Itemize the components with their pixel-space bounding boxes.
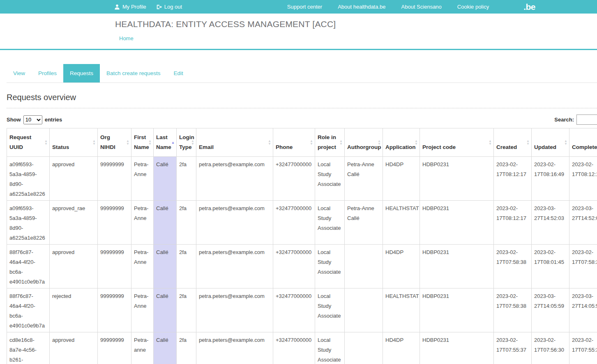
cell-authorgroup [345,245,383,288]
column-header-completed[interactable]: Completed [569,128,597,157]
cell-authorgroup: Petra-Anne Callé [345,157,383,201]
sort-toggle-icon [191,140,194,145]
cell-created: 2023-02-17T08:12:17 [494,201,532,245]
cell-status: approved [50,157,98,201]
logout-icon [156,4,162,10]
column-header-created[interactable]: Created [494,128,532,157]
column-header-first-name[interactable]: First Name [131,128,154,157]
cell-org-nihdi: 99999999 [98,288,131,332]
column-header-phone[interactable]: Phone [273,128,315,157]
cell-request-uuid: a09f6593-5a3a-4859-8d90-a6225a1e8226 [7,157,50,201]
search-label: Search: [554,117,574,123]
cell-updated: 2023-03-27T14:05:59 [532,288,569,332]
cell-login-type: 2fa [177,288,196,332]
cell-authorgroup: Petra-Anne Callé [345,201,383,245]
cell-role-in-project: Local Study Associate [315,201,345,245]
sort-asc-icon [171,141,175,144]
cell-request-uuid: a09f6593-5a3a-4859-8d90-a6225a1e8226 [7,201,50,245]
column-header-request-uuid[interactable]: Request UUID [7,128,50,157]
user-icon [114,4,120,10]
table-controls: Show 10 entries Search: [7,114,597,125]
tab-requests[interactable]: Requests [63,64,100,82]
sort-toggle-icon [489,140,492,145]
cell-role-in-project: Local Study Associate [315,245,345,288]
column-label: Last Name [156,134,171,150]
about-healthdata-link[interactable]: About healthdata.be [338,4,385,10]
about-sciensano-link[interactable]: About Sciensano [401,4,442,10]
cell-login-type: 2fa [177,201,196,245]
column-header-project-code[interactable]: Project code [420,128,494,157]
page-size-select[interactable]: 10 [23,115,42,124]
column-header-last-name[interactable]: Last Name [154,128,177,157]
cell-completed: 2023-03-27T14:05:59 [569,288,597,332]
column-header-authorgroup[interactable]: Authorgroup [345,128,383,157]
tab-profiles[interactable]: Profiles [32,64,63,82]
cell-first-name: Petra-Anne [131,157,154,201]
support-center-link[interactable]: Support center [287,4,322,10]
cell-created: 2023-02-17T07:58:38 [494,288,532,332]
cell-org-nihdi: 99999999 [98,157,131,201]
cell-completed: 2023-02-17T07:55:37 [569,332,597,364]
column-header-status[interactable]: Status [50,128,98,157]
table-header-row: Request UUID Status Org NIHDI First Name… [7,128,597,157]
column-header-application[interactable]: Application [383,128,420,157]
cell-completed: 2023-03-27T14:52:03 [569,201,597,245]
cell-first-name: Petra-Anne [131,288,154,332]
tab-view[interactable]: View [7,64,32,82]
cell-created: 2023-02-17T07:55:37 [494,332,532,364]
cell-org-nihdi: 99999999 [98,332,131,364]
topbar: My Profile Log out Support center About … [0,0,597,14]
cell-updated: 2023-02-17T08:16:49 [532,157,569,201]
column-label: Authorgroup [347,144,381,150]
search-input[interactable] [576,114,597,125]
cell-email: petra.peters@example.com [196,332,273,364]
column-header-login-type[interactable]: Login Type [177,128,196,157]
cell-application: HD4DP [383,245,420,288]
search-control: Search: [554,114,597,125]
logout-link[interactable]: Log out [156,4,182,10]
cell-application: HEALTHSTAT [383,288,420,332]
cell-created: 2023-02-17T07:58:38 [494,245,532,288]
cell-request-uuid: 88f76c87-46a4-4f20-bc6a-e4901c0e9b7a [7,245,50,288]
column-header-email[interactable]: Email [196,128,273,157]
cell-authorgroup [345,288,383,332]
page-length-control: Show 10 entries [7,115,62,124]
cell-last-name: Callé [154,332,177,364]
cell-last-name: Callé [154,288,177,332]
column-header-updated[interactable]: Updated [532,128,569,157]
entries-label: entries [45,117,62,123]
column-header-role-in-project[interactable]: Role in project [315,128,345,157]
cell-login-type: 2fa [177,245,196,288]
tab-edit[interactable]: Edit [167,64,189,82]
cell-phone: +32477000000 [273,245,315,288]
column-label: Role in project [318,134,336,150]
column-label: Email [199,144,214,150]
column-label: Application [385,144,416,150]
cell-last-name: Callé [154,245,177,288]
cookie-policy-link[interactable]: Cookie policy [457,4,489,10]
cell-first-name: Petra-Anne [131,201,154,245]
sort-toggle-icon [92,140,96,145]
cell-status: rejected [50,288,98,332]
cell-status: approved [50,245,98,288]
cell-updated: 2023-02-17T08:01:45 [532,245,569,288]
cell-role-in-project: Local Study Associate [315,332,345,364]
table-row: a09f6593-5a3a-4859-8d90-a6225a1e8226 app… [7,201,597,245]
sort-toggle-icon [44,140,48,145]
my-profile-link[interactable]: My Profile [114,4,146,10]
cell-project-code: HDBP0231 [420,332,494,364]
column-label: Completed [572,144,597,150]
cell-org-nihdi: 99999999 [98,245,131,288]
logout-label: Log out [164,4,182,10]
cell-login-type: 2fa [177,332,196,364]
cell-login-type: 2fa [177,157,196,201]
column-header-org-nihdi[interactable]: Org NIHDI [98,128,131,157]
my-profile-label: My Profile [122,4,146,10]
cell-email: petra.peters@example.com [196,201,273,245]
cell-application: HEALTHSTAT [383,201,420,245]
cell-application: HD4DP [383,332,420,364]
cell-phone: +32477000000 [273,157,315,201]
cell-email: petra.peters@example.com [196,288,273,332]
tab-batch-create-requests[interactable]: Batch create requests [100,64,167,82]
breadcrumb-home-link[interactable]: Home [119,35,134,41]
